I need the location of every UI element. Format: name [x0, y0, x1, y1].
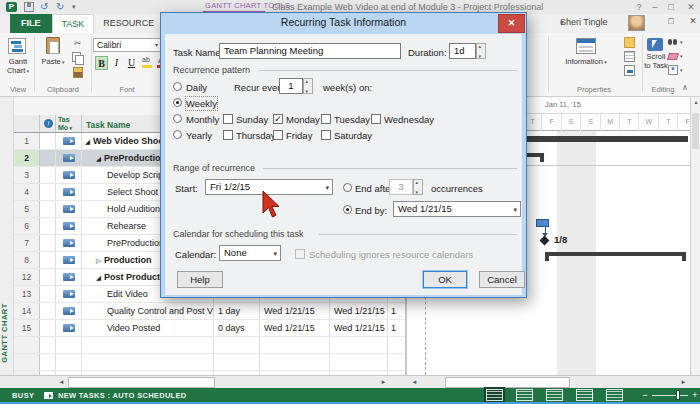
duration-spinner[interactable]: [476, 43, 486, 59]
notes-icon[interactable]: [624, 37, 635, 48]
row-number[interactable]: 14: [14, 303, 40, 319]
collapse-triangle-icon[interactable]: ◢: [96, 270, 101, 285]
task-bar-rehearse[interactable]: [536, 219, 549, 227]
clear-icon[interactable]: [667, 53, 679, 60]
summary-bar-production[interactable]: [545, 252, 686, 256]
vertical-scrollbar[interactable]: ▲: [690, 97, 700, 375]
checkbox-monday[interactable]: ✓: [273, 114, 283, 124]
radio-end-by[interactable]: [343, 205, 352, 214]
table-scroll-right-icon[interactable]: ►: [377, 377, 390, 388]
checkbox-tuesday[interactable]: [321, 114, 331, 124]
background-color-icon[interactable]: [141, 56, 154, 70]
restore-icon[interactable]: □: [664, 0, 678, 14]
zoom-in-icon[interactable]: +: [690, 389, 700, 401]
checkbox-label-sunday[interactable]: Sunday: [236, 113, 268, 126]
checkbox-sunday[interactable]: [223, 114, 233, 124]
fill-dropdown-icon[interactable]: ▾: [680, 67, 683, 73]
end-after-input[interactable]: 3: [389, 179, 413, 195]
vertical-scrollbar-thumb[interactable]: [692, 113, 699, 149]
checkbox-label-friday[interactable]: Friday: [286, 129, 312, 142]
app-icon[interactable]: [6, 2, 17, 12]
cell-task-name[interactable]: [82, 337, 214, 353]
cell-task-mode[interactable]: [56, 269, 82, 285]
table-row[interactable]: 14Quality Control and Post Video1 dayWed…: [14, 303, 405, 320]
row-number[interactable]: 4: [14, 184, 40, 200]
undo-icon[interactable]: ↺: [40, 0, 48, 14]
header-row-number[interactable]: [14, 115, 40, 132]
font-name-select[interactable]: Calibri: [93, 38, 161, 52]
cell-duration[interactable]: [214, 354, 260, 370]
gantt-chart-button[interactable]: Gantt Chart: [2, 36, 34, 84]
cell-task-mode[interactable]: [56, 235, 82, 251]
row-number[interactable]: 2: [14, 150, 40, 166]
dialog-close-button[interactable]: ✕: [498, 14, 525, 33]
cell-task-mode[interactable]: [56, 252, 82, 268]
report-view-icon[interactable]: [606, 389, 623, 401]
information-button[interactable]: Information: [552, 36, 620, 84]
row-number[interactable]: 15: [14, 320, 40, 336]
paste-button[interactable]: Paste: [38, 36, 68, 84]
underline-button[interactable]: U: [125, 56, 138, 70]
gantt-view-icon[interactable]: [486, 389, 503, 401]
cell-info[interactable]: [40, 337, 56, 353]
cell-info[interactable]: [40, 286, 56, 302]
avatar[interactable]: [628, 15, 645, 31]
zoom-slider[interactable]: [652, 395, 688, 396]
redo-icon[interactable]: ↻: [56, 0, 64, 14]
doc-close-icon[interactable]: ✕: [686, 16, 700, 26]
radio-label-daily[interactable]: Daily: [186, 81, 207, 94]
chart-scroll-right-icon[interactable]: ►: [677, 377, 690, 388]
cell-info[interactable]: [40, 269, 56, 285]
cell-task-mode[interactable]: [56, 320, 82, 336]
table-scroll-left-icon[interactable]: ◄: [55, 377, 68, 388]
cell-task-mode[interactable]: [56, 337, 82, 353]
table-row[interactable]: 15Video Posted0 daysWed 1/21/15Wed 1/21/…: [14, 320, 405, 337]
help-icon[interactable]: ?: [632, 0, 646, 14]
cell-finish[interactable]: [330, 354, 388, 370]
checkbox-label-monday[interactable]: Monday: [286, 113, 320, 126]
chart-scroll-left-icon[interactable]: ◄: [408, 377, 421, 388]
collapse-ribbon-icon[interactable]: ∧: [682, 83, 688, 92]
checkbox-label-wednesday[interactable]: Wednesday: [384, 113, 434, 126]
end-after-spinner[interactable]: [413, 179, 423, 195]
radio-weekly[interactable]: [173, 98, 182, 107]
cell-pred[interactable]: [388, 337, 405, 353]
row-number[interactable]: 13: [14, 286, 40, 302]
doc-restore-icon[interactable]: □: [664, 16, 678, 26]
milestone-diamond[interactable]: [540, 236, 550, 246]
cell-task-mode[interactable]: [56, 167, 82, 183]
checkbox-label-tuesday[interactable]: Tuesday: [334, 113, 370, 126]
zoom-slider-thumb[interactable]: [676, 390, 680, 400]
radio-daily[interactable]: [173, 82, 182, 91]
cell-duration[interactable]: 0 days: [214, 320, 260, 336]
cell-duration[interactable]: 1 day: [214, 303, 260, 319]
cell-info[interactable]: [40, 218, 56, 234]
scroll-up-icon[interactable]: ▲: [692, 99, 700, 105]
cell-info[interactable]: [40, 150, 56, 166]
cut-icon[interactable]: ✂: [71, 37, 84, 49]
italic-button[interactable]: I: [110, 56, 123, 70]
cell-task-mode[interactable]: [56, 303, 82, 319]
cell-task-name[interactable]: Video Posted: [82, 320, 214, 336]
row-number[interactable]: 5: [14, 201, 40, 217]
row-number[interactable]: 12: [14, 269, 40, 285]
cell-start[interactable]: [260, 337, 330, 353]
checkbox-scheduling-ignores[interactable]: [295, 249, 305, 259]
tab-file[interactable]: FILE: [10, 14, 52, 33]
cell-pred[interactable]: 1: [388, 320, 405, 336]
radio-end-after[interactable]: [343, 183, 352, 192]
tab-resource[interactable]: RESOURCE: [94, 14, 163, 33]
tab-task[interactable]: TASK: [52, 14, 95, 33]
add-to-timeline-icon[interactable]: [624, 65, 635, 76]
row-number[interactable]: 7: [14, 235, 40, 251]
cell-finish[interactable]: Wed 1/21/15: [330, 320, 388, 336]
new-tasks-mode[interactable]: NEW TASKS : AUTO SCHEDULED: [58, 391, 187, 400]
cell-start[interactable]: Wed 1/21/15: [260, 320, 330, 336]
fill-down-icon[interactable]: [668, 65, 678, 75]
cell-info[interactable]: [40, 354, 56, 370]
ok-button[interactable]: OK: [423, 271, 467, 288]
format-painter-icon[interactable]: [73, 67, 83, 78]
cell-task-mode[interactable]: [56, 218, 82, 234]
row-number[interactable]: [14, 337, 40, 353]
collapse-triangle-icon[interactable]: ◢: [96, 151, 101, 166]
